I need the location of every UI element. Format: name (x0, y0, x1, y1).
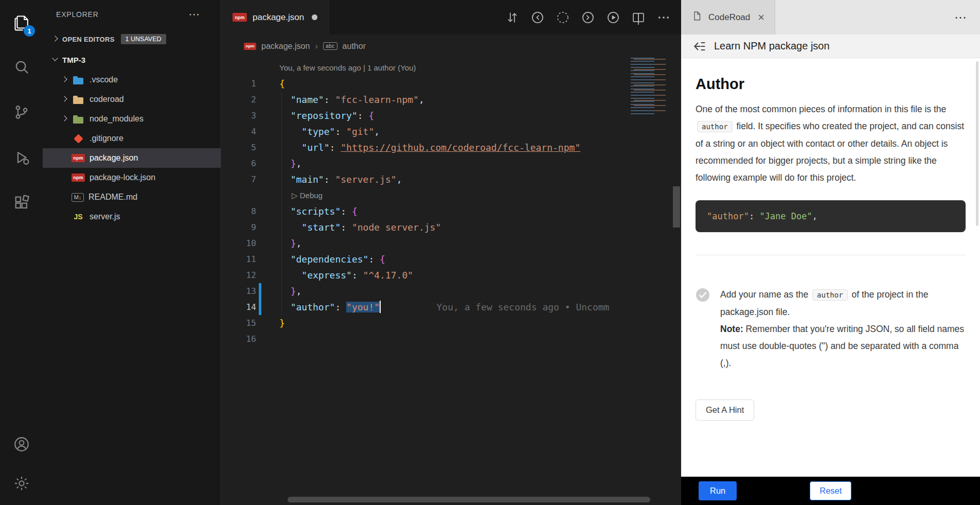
inline-code-chip: author (697, 121, 733, 132)
get-hint-button[interactable]: Get A Hint (696, 399, 754, 421)
breadcrumb: npm package.json › abc author (221, 34, 681, 58)
gutter-spacer (256, 315, 264, 331)
gutter-spacer (256, 140, 264, 155)
line-number: 13 (221, 283, 256, 299)
code-line-16[interactable]: 16 (221, 331, 681, 347)
code-line-10[interactable]: 10 }, (221, 235, 681, 251)
settings-activity-button[interactable] (0, 464, 43, 505)
line-number: 8 (221, 203, 256, 219)
chevron-right-icon (58, 191, 72, 203)
close-icon[interactable]: × (758, 11, 764, 24)
run-debug-activity-button[interactable] (0, 136, 43, 181)
file-name: node_modules (90, 114, 144, 124)
npm-icon: npm (244, 43, 256, 50)
code-line-1[interactable]: 1{ (221, 76, 681, 92)
lesson-intro-paragraph: One of the most common pieces of informa… (696, 101, 966, 186)
breadcrumb-file[interactable]: package.json (261, 42, 310, 51)
chevron-right-icon (58, 94, 72, 105)
current-step-icon[interactable] (553, 7, 573, 28)
file-tree-item--vscode[interactable]: .vscode (43, 70, 221, 90)
code-line-3[interactable]: 3 "repository": { (221, 108, 681, 124)
npm-icon: npm (233, 13, 247, 22)
breadcrumb-symbol[interactable]: author (343, 42, 366, 51)
folder-icon (72, 93, 85, 106)
code-line-13[interactable]: 13 }, (221, 283, 681, 299)
file-tree-item-readme-md[interactable]: M↓README.md (43, 187, 221, 207)
file-name: server.js (90, 212, 120, 221)
gutter-spacer (256, 76, 264, 92)
run-circle-icon[interactable] (603, 7, 623, 28)
open-changes-icon[interactable] (502, 7, 523, 28)
chevron-separator-icon: › (315, 41, 318, 51)
gear-icon (13, 475, 30, 494)
back-to-menu-icon[interactable] (692, 39, 707, 54)
search-activity-button[interactable] (0, 45, 43, 91)
source-control-activity-button[interactable] (0, 91, 43, 136)
step-forward-icon[interactable] (578, 7, 598, 28)
reset-button[interactable]: Reset (810, 481, 851, 500)
code-line-7[interactable]: 7 "main": "server.js", (221, 171, 681, 187)
horizontal-scrollbar[interactable] (288, 497, 650, 502)
modified-line-indicator (256, 299, 264, 315)
workspace-root-header[interactable]: TMP-3 (43, 49, 221, 70)
panel-more-actions-icon[interactable]: ⋯ (954, 10, 980, 25)
gutter-spacer (256, 203, 264, 219)
tab-label: package.json (253, 12, 304, 23)
line-number: 2 (221, 92, 256, 108)
source-control-icon (13, 103, 30, 123)
code-line-9[interactable]: 9 "start": "node server.js" (221, 219, 681, 235)
tab-coderoad[interactable]: CodeRoad × (681, 0, 775, 34)
open-editors-label: OPEN EDITORS (62, 36, 115, 43)
code-line-4[interactable]: 4 "type": "git", (221, 124, 681, 140)
task-text: Add your name as the author of the proje… (720, 286, 966, 372)
split-editor-icon[interactable] (628, 7, 649, 28)
step-back-icon[interactable] (527, 7, 548, 28)
unsaved-dot-icon[interactable] (312, 14, 317, 20)
line-number: 6 (221, 155, 256, 171)
authors-codelens[interactable]: You, a few seconds ago | 1 author (You) (221, 60, 681, 76)
file-tree-item-coderoad[interactable]: coderoad (43, 90, 221, 109)
activity-bar: 1 (0, 0, 43, 505)
file-icon (691, 10, 703, 24)
extensions-icon (13, 194, 30, 214)
unsaved-count-badge: 1 UNSAVED (121, 34, 166, 44)
code-editor[interactable]: You, a few seconds ago | 1 author (You)1… (221, 58, 681, 505)
line-number: 12 (221, 267, 256, 283)
open-editors-section-header[interactable]: OPEN EDITORS 1 UNSAVED (43, 29, 221, 49)
file-tree-item-node-modules[interactable]: node_modules (43, 109, 221, 129)
code-line-11[interactable]: 11 "dependencies": { (221, 251, 681, 267)
gutter-spacer (256, 171, 264, 187)
run-button[interactable]: Run (699, 481, 737, 500)
vertical-scrollbar[interactable] (673, 186, 680, 228)
code-line-6[interactable]: 6 }, (221, 155, 681, 171)
coderoad-footer: Run Reset (681, 477, 980, 505)
code-line-14[interactable]: 14 "author": "you!" You, a few seconds a… (221, 299, 681, 315)
gutter-spacer (256, 235, 264, 251)
line-number: 16 (221, 331, 256, 347)
gutter-spacer (256, 92, 264, 108)
tab-package-json[interactable]: npm package.json (221, 0, 329, 34)
file-tree-item-package-lock-json[interactable]: npmpackage-lock.json (43, 168, 221, 187)
file-name: coderoad (90, 95, 124, 104)
gutter-spacer (256, 251, 264, 267)
chevron-right-icon (58, 152, 72, 164)
explorer-sidebar: EXPLORER ⋯ OPEN EDITORS 1 UNSAVED TMP-3 … (43, 0, 221, 505)
code-line-5[interactable]: 5 "url": "https://github.com/coderoad/fc… (221, 140, 681, 155)
explorer-activity-button[interactable]: 1 (0, 0, 43, 45)
minimap[interactable] (631, 58, 669, 115)
chevron-right-icon (58, 133, 72, 144)
extensions-activity-button[interactable] (0, 181, 43, 227)
code-line-12[interactable]: 12 "express": "^4.17.0" (221, 267, 681, 283)
markdown-icon: M↓ (72, 193, 84, 202)
code-line-2[interactable]: 2 "name": "fcc-learn-npm", (221, 92, 681, 108)
file-tree-item--gitignore[interactable]: .gitignore (43, 129, 221, 148)
code-line-8[interactable]: 8 "scripts": { (221, 203, 681, 219)
more-actions-icon[interactable] (653, 7, 674, 28)
file-tree-item-server-js[interactable]: JSserver.js (43, 207, 221, 227)
accounts-activity-button[interactable] (0, 427, 43, 464)
file-tree-item-package-json[interactable]: npmpackage.json (43, 148, 221, 168)
code-line-15[interactable]: 15} (221, 315, 681, 331)
explorer-more-actions-icon[interactable]: ⋯ (188, 8, 200, 21)
panel-scrollbar[interactable] (976, 61, 978, 226)
debug-codelens[interactable]: ▷ Debug (221, 187, 681, 203)
